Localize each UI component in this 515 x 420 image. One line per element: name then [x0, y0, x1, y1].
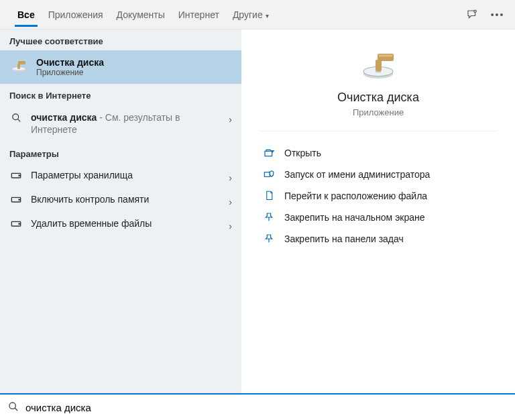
tab-more[interactable]: Другие▾: [226, 3, 276, 26]
best-match-header: Лучшее соответствие: [0, 30, 241, 50]
chevron-right-icon: ›: [229, 172, 232, 183]
svg-point-3: [17, 68, 20, 69]
action-pin-start[interactable]: Закрепить на начальном экране: [260, 207, 496, 228]
action-label: Закрепить на начальном экране: [284, 212, 425, 223]
action-label: Запуск от имени администратора: [284, 169, 430, 180]
disk-cleanup-icon: [9, 60, 28, 74]
svg-point-22: [9, 403, 15, 409]
preview-actions: Открыть Запуск от имени администратора П…: [260, 142, 496, 250]
results-pane: Лучшее соответствие Очистка диска Прилож…: [0, 30, 241, 393]
web-search-result[interactable]: очистка диска - См. результаты в Интерне…: [0, 105, 241, 142]
action-label: Открыть: [284, 148, 321, 158]
action-open[interactable]: Открыть: [260, 142, 496, 164]
tab-web[interactable]: Интернет: [172, 3, 226, 26]
storage-icon: [9, 170, 23, 179]
folder-icon: [263, 191, 275, 201]
svg-point-9: [19, 175, 19, 176]
preview-pane: Очистка диска Приложение Открыть Запуск …: [241, 30, 515, 393]
settings-item-label: Удалить временные файлы: [31, 218, 152, 229]
svg-point-13: [19, 223, 19, 224]
chevron-right-icon: ›: [229, 221, 232, 231]
svg-rect-21: [264, 172, 270, 177]
svg-rect-18: [376, 60, 382, 71]
storage-icon: [9, 194, 23, 203]
action-run-admin[interactable]: Запуск от имени администратора: [260, 164, 496, 185]
open-icon: [263, 148, 275, 158]
search-input[interactable]: [25, 402, 507, 413]
search-bar[interactable]: [0, 393, 515, 420]
preview-title: Очистка диска: [337, 91, 419, 105]
settings-item-temp-files[interactable]: Удалить временные файлы ›: [0, 211, 241, 235]
action-label: Закрепить на панели задач: [284, 233, 404, 244]
svg-line-23: [15, 408, 17, 411]
settings-header: Параметры: [0, 142, 241, 163]
disk-cleanup-icon: [359, 52, 397, 84]
search-icon: [9, 111, 23, 123]
best-match-title: Очистка диска: [36, 57, 104, 68]
svg-point-6: [12, 114, 18, 120]
filter-tabs: Все Приложения Документы Интернет Другие…: [0, 0, 515, 30]
svg-rect-19: [379, 55, 392, 57]
tab-documents[interactable]: Документы: [110, 3, 172, 26]
chevron-down-icon: ▾: [263, 12, 269, 19]
svg-point-11: [19, 199, 19, 200]
settings-item-storage-sense[interactable]: Включить контроль памяти ›: [0, 187, 241, 211]
best-match-result[interactable]: Очистка диска Приложение: [0, 50, 241, 84]
best-match-subtitle: Приложение: [36, 68, 104, 77]
svg-line-7: [17, 119, 20, 121]
action-pin-taskbar[interactable]: Закрепить на панели задач: [260, 228, 496, 250]
pin-icon: [263, 233, 275, 244]
web-result-primary: очистка диска: [31, 112, 97, 123]
shield-icon: [263, 169, 275, 180]
tab-apps[interactable]: Приложения: [42, 3, 110, 26]
storage-icon: [9, 218, 23, 227]
settings-item-label: Включить контроль памяти: [31, 194, 149, 205]
preview-subtitle: Приложение: [353, 107, 404, 117]
svg-rect-5: [17, 64, 20, 68]
tab-all[interactable]: Все: [11, 3, 42, 26]
more-icon[interactable]: •••: [491, 8, 504, 21]
action-file-location[interactable]: Перейти к расположению файла: [260, 185, 496, 207]
chevron-right-icon: ›: [229, 197, 232, 207]
pin-icon: [263, 212, 275, 223]
web-header: Поиск в Интернете: [0, 84, 241, 105]
action-label: Перейти к расположению файла: [284, 191, 427, 201]
svg-rect-20: [265, 151, 272, 156]
feedback-icon[interactable]: [465, 8, 479, 21]
settings-item-label: Параметры хранилища: [31, 170, 133, 180]
svg-point-0: [474, 10, 476, 12]
search-icon: [8, 401, 19, 414]
settings-item-storage[interactable]: Параметры хранилища ›: [0, 163, 241, 187]
chevron-right-icon: ›: [229, 114, 232, 125]
